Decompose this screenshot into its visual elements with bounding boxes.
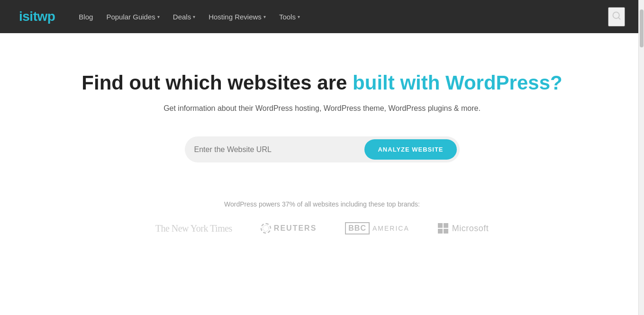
nav-links: Blog Popular Guides ▾ Deals ▾ Hosting Re… bbox=[74, 10, 305, 24]
navbar: isitwp Blog Popular Guides ▾ Deals ▾ Hos… bbox=[0, 0, 644, 33]
chevron-down-icon: ▾ bbox=[193, 14, 195, 19]
chevron-down-icon: ▾ bbox=[157, 14, 160, 19]
ms-cell-blue bbox=[438, 229, 443, 234]
analyze-website-button[interactable]: ANALYZE WEBSITE bbox=[364, 139, 456, 160]
main-content: Find out which websites are built with W… bbox=[0, 33, 644, 263]
brand-reuters: REUTERS bbox=[261, 223, 317, 234]
reuters-circle-icon bbox=[261, 223, 271, 234]
logo-suffix: wp bbox=[37, 9, 55, 24]
nav-item-hosting-reviews[interactable]: Hosting Reviews ▾ bbox=[204, 10, 271, 24]
microsoft-grid-icon bbox=[438, 223, 448, 234]
brands-list: The New York Times REUTERS BBC AMERICA bbox=[155, 222, 489, 234]
url-input[interactable] bbox=[194, 141, 365, 159]
search-bar-container: ANALYZE WEBSITE bbox=[185, 136, 460, 162]
ms-cell-green bbox=[444, 223, 448, 228]
bbc-box: BBC bbox=[345, 222, 370, 234]
hero-title: Find out which websites are built with W… bbox=[82, 71, 562, 95]
svg-line-1 bbox=[618, 17, 620, 19]
logo[interactable]: isitwp bbox=[19, 9, 55, 24]
brand-nyt: The New York Times bbox=[155, 223, 232, 234]
scrollbar-track[interactable] bbox=[638, 0, 644, 315]
search-button[interactable] bbox=[608, 7, 625, 27]
nav-item-blog[interactable]: Blog bbox=[74, 10, 98, 24]
search-icon bbox=[612, 11, 621, 20]
nav-item-deals[interactable]: Deals ▾ bbox=[168, 10, 200, 24]
bbc-america-text: AMERICA bbox=[372, 225, 409, 232]
hero-title-prefix: Find out which websites are bbox=[82, 72, 353, 94]
microsoft-text: Microsoft bbox=[452, 224, 489, 234]
brand-microsoft: Microsoft bbox=[438, 223, 489, 234]
brands-label: WordPress powers 37% of all websites inc… bbox=[224, 200, 420, 208]
nav-item-popular-guides[interactable]: Popular Guides ▾ bbox=[101, 10, 164, 24]
navbar-left: isitwp Blog Popular Guides ▾ Deals ▾ Hos… bbox=[19, 9, 305, 24]
ms-cell-yellow bbox=[444, 229, 448, 234]
logo-prefix: isit bbox=[19, 9, 37, 24]
chevron-down-icon: ▾ bbox=[263, 14, 266, 19]
chevron-down-icon: ▾ bbox=[298, 14, 300, 19]
brand-bbc: BBC AMERICA bbox=[345, 222, 409, 234]
nav-item-tools[interactable]: Tools ▾ bbox=[274, 10, 305, 24]
hero-title-highlight: built with WordPress? bbox=[353, 72, 562, 94]
brands-section: WordPress powers 37% of all websites inc… bbox=[19, 200, 625, 234]
ms-cell-red bbox=[438, 223, 443, 228]
svg-point-2 bbox=[263, 225, 269, 232]
scrollbar-thumb[interactable] bbox=[640, 9, 644, 47]
hero-subtitle: Get information about their WordPress ho… bbox=[163, 104, 481, 113]
navbar-right bbox=[608, 7, 625, 27]
